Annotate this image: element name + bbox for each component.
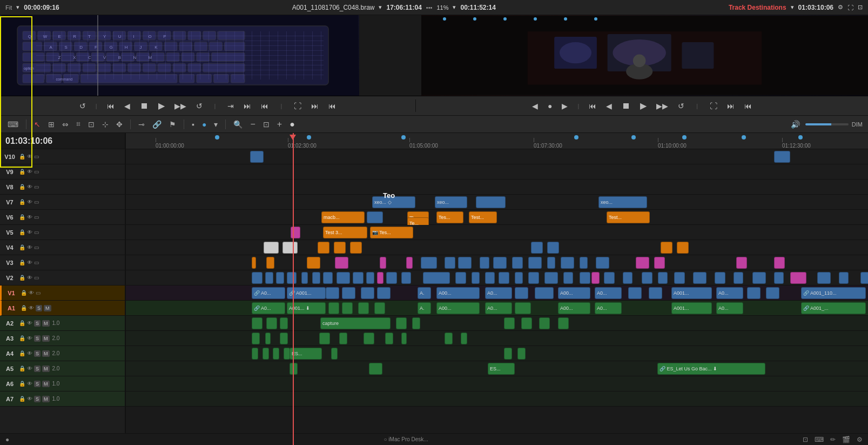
v7-xeo-1[interactable]: xeo... ◇: [372, 196, 415, 208]
v1-mid2[interactable]: [342, 287, 355, 299]
toolbar-keyboard-icon[interactable]: ⌨: [5, 119, 21, 130]
a1-a00-2[interactable]: A00...: [558, 302, 590, 314]
prog-stop-btn[interactable]: ⏹: [620, 100, 633, 112]
v9-solo-icon[interactable]: ▭: [34, 169, 39, 175]
a5-es-let[interactable]: 🔗 ES_Let Us Go Bac... ⬇: [657, 363, 765, 375]
v3-b4[interactable]: [480, 257, 489, 269]
v10-clip-2[interactable]: [774, 151, 790, 163]
v9-eye-icon[interactable]: 👁: [27, 169, 32, 175]
v2-b16[interactable]: [485, 272, 495, 284]
v2-b6[interactable]: [312, 272, 320, 284]
a2-g1[interactable]: [252, 317, 263, 329]
track-row-v7[interactable]: xeo... ◇ xeo... xeo...: [126, 195, 868, 210]
v1-a001-2[interactable]: A001...: [671, 287, 712, 299]
a1-a0[interactable]: 🔗 A0...: [252, 302, 285, 314]
v3-o2[interactable]: [266, 257, 274, 269]
source-jkl-btn[interactable]: ⇥: [225, 101, 236, 111]
v6-macb[interactable]: macb...: [321, 211, 365, 223]
v1-a0-3[interactable]: A0...: [595, 287, 622, 299]
v1-solo-icon[interactable]: ▭: [36, 290, 41, 296]
v2-b1[interactable]: [252, 272, 263, 284]
v5-tes[interactable]: 📷 Tes...: [370, 227, 413, 238]
program-monitor[interactable]: [421, 15, 868, 96]
track-row-a4[interactable]: ES...: [126, 346, 868, 361]
a3-g9[interactable]: [445, 333, 453, 344]
v6-solo-icon[interactable]: ▭: [34, 214, 39, 220]
v5-lock-icon[interactable]: 🔒: [19, 229, 25, 235]
v3-p2[interactable]: [380, 257, 386, 269]
source-fwd1-btn[interactable]: ▶▶: [172, 101, 189, 111]
v2-b18[interactable]: [515, 272, 523, 284]
track-header-v5[interactable]: V5 🔒 👁 ▭: [0, 225, 125, 240]
v3-b10[interactable]: [580, 257, 588, 269]
v2-b32[interactable]: [774, 272, 784, 284]
toolbar-zoom-plus-icon[interactable]: +: [275, 118, 284, 130]
a4-es[interactable]: ES...: [290, 348, 322, 360]
v2-p1[interactable]: [377, 272, 383, 284]
v2-b3[interactable]: [276, 272, 284, 284]
v8-solo-icon[interactable]: ▭: [34, 184, 39, 190]
v3-b2[interactable]: [445, 257, 455, 269]
a5-s-btn[interactable]: S: [34, 366, 41, 372]
a4-g5[interactable]: [331, 348, 338, 360]
v6-eye-icon[interactable]: 👁: [27, 214, 32, 220]
a4-g1[interactable]: [252, 348, 258, 360]
track-row-v9[interactable]: [126, 164, 868, 180]
v1-mid6[interactable]: [535, 287, 554, 299]
v2-b29[interactable]: [715, 272, 725, 284]
toolbar-zoom-icon[interactable]: ⊡: [86, 119, 97, 130]
a4-g6[interactable]: [504, 348, 512, 360]
a6-m-btn[interactable]: M: [42, 381, 50, 387]
toolbar-link-icon[interactable]: 🔗: [150, 119, 164, 130]
v10-clip-1[interactable]: [250, 151, 264, 163]
v2-b10[interactable]: [366, 272, 374, 284]
prog-fwd1-btn[interactable]: ▶▶: [654, 101, 670, 111]
a2-g3[interactable]: [280, 317, 288, 329]
v2-b30[interactable]: [734, 272, 743, 284]
v3-o1[interactable]: [252, 257, 256, 269]
v3-b1[interactable]: [421, 257, 437, 269]
toolbar-blade-icon[interactable]: ⌗: [74, 118, 83, 130]
fit-label[interactable]: Fit: [5, 4, 12, 11]
v2-b23[interactable]: [604, 272, 615, 284]
v10-solo-icon[interactable]: ▭: [34, 154, 39, 160]
prog-ext-btn[interactable]: ⏭: [725, 101, 737, 111]
track-header-a1[interactable]: A1 🔒 👁 S M: [0, 301, 125, 316]
a3-g5[interactable]: [339, 333, 347, 344]
track-header-a4[interactable]: A4 🔒 👁 S M 2.0: [0, 346, 125, 361]
v1-a-short[interactable]: A.: [418, 287, 431, 299]
a2-lock-icon[interactable]: 🔒: [19, 320, 25, 326]
v3-b7[interactable]: [528, 257, 542, 269]
a6-s-btn[interactable]: S: [34, 381, 41, 387]
bottom-icon-3[interactable]: ⌨: [815, 436, 824, 443]
clip-name[interactable]: A001_11081706_C048.braw: [292, 4, 375, 11]
source-loop2-btn[interactable]: ↺: [194, 101, 205, 111]
track-header-v3[interactable]: V3 🔒 👁 ▭: [0, 255, 125, 270]
v1-lock-icon[interactable]: 🔒: [21, 290, 27, 296]
v3-p4[interactable]: [636, 257, 649, 269]
a1-a-short[interactable]: A.: [418, 302, 431, 314]
track-header-v8[interactable]: V8 🔒 👁 ▭: [0, 180, 125, 195]
track-row-v10[interactable]: [126, 149, 868, 164]
v2-b24[interactable]: [623, 272, 633, 284]
a3-eye-icon[interactable]: 👁: [27, 335, 32, 341]
v2-b26[interactable]: [658, 272, 668, 284]
a7-eye-icon[interactable]: 👁: [27, 396, 32, 402]
clip-dropdown-icon[interactable]: ▾: [379, 4, 382, 11]
a2-capture[interactable]: capture: [320, 317, 391, 329]
source-go-start-btn[interactable]: ⏮: [105, 101, 117, 111]
toolbar-hand-icon[interactable]: ✥: [114, 119, 125, 130]
a3-g1[interactable]: [252, 333, 260, 344]
a5-es1[interactable]: ES...: [488, 363, 515, 375]
prog-dot-btn[interactable]: ●: [546, 101, 554, 111]
source-loop-btn[interactable]: ↺: [77, 101, 88, 111]
track-header-a5[interactable]: A5 🔒 👁 S M 2.0: [0, 361, 125, 376]
v1-a00[interactable]: A00...: [436, 287, 480, 299]
track-header-a7[interactable]: A7 🔒 👁 S M 1.0: [0, 391, 125, 407]
v3-b3[interactable]: [458, 257, 472, 269]
v6-lock-icon[interactable]: 🔒: [19, 214, 25, 220]
v3-b8[interactable]: [547, 257, 555, 269]
v1-a0[interactable]: 🔗 A0...: [252, 287, 285, 299]
v3-o3[interactable]: [307, 257, 320, 269]
track-row-a7[interactable]: [126, 391, 868, 407]
